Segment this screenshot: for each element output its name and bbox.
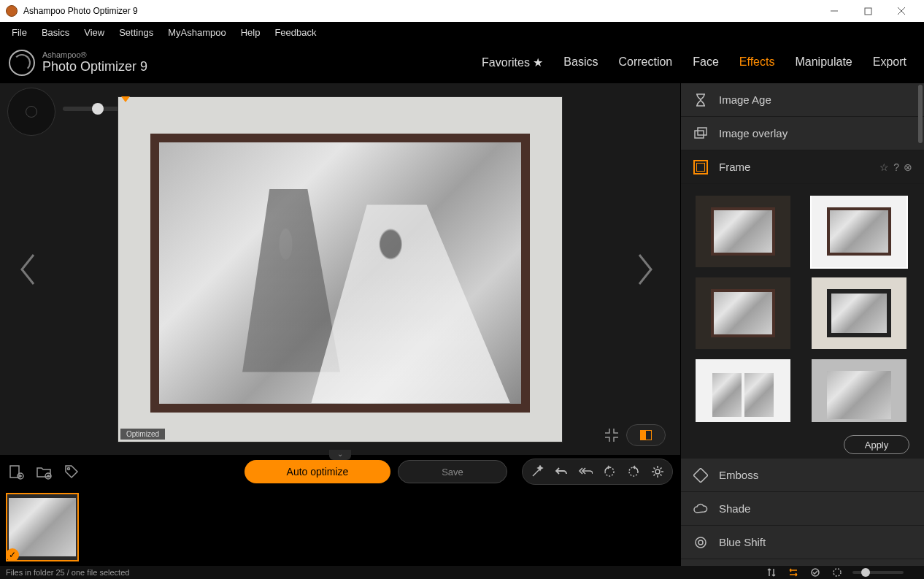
frame-option[interactable] (812, 196, 906, 267)
sidebar-item-label: Frame (719, 161, 750, 173)
sidebar-item-shade[interactable]: Shade (681, 492, 924, 526)
magic-wand-icon[interactable] (530, 464, 544, 479)
undo-all-icon[interactable] (578, 464, 593, 479)
brand-line2: Photo Optimizer 9 (42, 59, 147, 74)
menu-settings[interactable]: Settings (112, 24, 161, 41)
select-none-icon[interactable] (831, 566, 844, 579)
menu-view[interactable]: View (77, 24, 112, 41)
menu-myashampoo[interactable]: MyAshampoo (161, 24, 233, 41)
tab-manipulate[interactable]: Manipulate (795, 55, 852, 69)
brand-line1: Ashampoo® (42, 50, 147, 59)
tag-icon[interactable] (63, 463, 80, 480)
sidebar-item-image-overlay[interactable]: Image overlay (681, 117, 924, 150)
auto-optimize-button[interactable]: Auto optimize (245, 460, 390, 483)
sort-vertical-icon[interactable] (765, 566, 778, 579)
statusbar: Files in folder 25 / one file selected (0, 566, 924, 579)
help-icon[interactable]: ? (893, 161, 899, 173)
window-titlebar: Ashampoo Photo Optimizer 9 (0, 0, 924, 22)
select-all-icon[interactable] (809, 566, 822, 579)
window-title: Ashampoo Photo Optimizer 9 (23, 6, 817, 16)
add-file-icon[interactable] (7, 463, 25, 480)
top-nav: Favorites ★ Basics Correction Face Effec… (482, 55, 915, 69)
star-icon[interactable]: ☆ (879, 161, 889, 173)
frame-option[interactable] (696, 359, 790, 422)
pan-dpad[interactable] (7, 88, 55, 136)
tab-favorites[interactable]: Favorites ★ (482, 55, 543, 69)
thumbnail-check-icon: ✓ (6, 548, 19, 561)
sidebar-item-frame[interactable]: Frame ☆ ? ⊗ (681, 150, 924, 184)
svg-point-11 (68, 468, 70, 470)
sidebar-item-oilpaint[interactable]: Oilpaint (681, 559, 924, 566)
zoom-thumb[interactable] (92, 103, 104, 115)
frame-option[interactable] (696, 196, 790, 267)
rotate-right-icon[interactable] (626, 464, 641, 479)
frame-preview (711, 207, 775, 256)
thumbnail-item[interactable]: ✓ (6, 493, 79, 561)
menu-help[interactable]: Help (234, 24, 268, 41)
sidebar-scrollbar[interactable] (918, 83, 923, 566)
tab-effects[interactable]: Effects (739, 55, 775, 69)
frame-preview (827, 289, 891, 337)
svg-point-19 (698, 540, 703, 545)
frame-option[interactable] (812, 359, 906, 422)
fit-to-screen-icon[interactable] (601, 425, 622, 445)
svg-rect-1 (865, 8, 871, 15)
tab-face[interactable]: Face (693, 55, 719, 69)
sidebar-item-label: Shade (719, 502, 750, 515)
sidebar-item-label: Image overlay (719, 127, 788, 139)
sort-horizontal-icon[interactable] (787, 566, 800, 579)
close-panel-icon[interactable]: ⊗ (904, 161, 912, 173)
emboss-icon (693, 467, 709, 483)
minimize-button[interactable] (817, 0, 851, 22)
menu-feedback[interactable]: Feedback (267, 24, 323, 41)
maximize-button[interactable] (851, 0, 885, 22)
photo-preview (159, 142, 521, 404)
close-button[interactable] (885, 0, 918, 22)
sidebar-item-label: Emboss (719, 469, 758, 481)
sidebar-item-blue-shift[interactable]: Blue Shift (681, 526, 924, 559)
next-image-button[interactable] (631, 248, 660, 291)
rotate-left-icon[interactable] (602, 464, 617, 479)
frame-option[interactable] (696, 277, 790, 349)
brand-text: Ashampoo® Photo Optimizer 9 (42, 50, 147, 74)
sidebar-item-image-age[interactable]: Image Age (681, 83, 924, 117)
apply-button[interactable]: Apply (844, 435, 909, 454)
cloud-icon (693, 501, 709, 517)
canvas-frame: Optimized (118, 97, 562, 442)
brand-logo (9, 50, 35, 76)
edit-toolbar (522, 459, 673, 485)
photo-frame (150, 134, 530, 413)
app-header: Ashampoo® Photo Optimizer 9 Favorites ★ … (0, 42, 924, 83)
add-folder-icon[interactable] (35, 463, 53, 480)
compare-toggle[interactable] (626, 424, 666, 446)
thumb-size-slider[interactable] (852, 571, 904, 574)
tab-correction[interactable]: Correction (618, 55, 672, 69)
menu-file[interactable]: File (4, 24, 34, 41)
menu-basics[interactable]: Basics (34, 24, 77, 41)
menubar: File Basics View Settings MyAshampoo Hel… (0, 22, 924, 42)
tab-export[interactable]: Export (873, 55, 906, 69)
thumbnail-strip: ✓ (0, 488, 680, 566)
thumbnail-image (9, 498, 76, 556)
thumb-size-handle[interactable] (861, 568, 870, 577)
sidebar-item-label: Blue Shift (719, 536, 766, 548)
svg-point-22 (833, 569, 841, 576)
undo-icon[interactable] (554, 464, 569, 479)
frame-preview (711, 289, 775, 337)
svg-rect-15 (695, 131, 704, 138)
optimized-badge: Optimized (120, 429, 165, 440)
hourglass-icon (693, 92, 709, 108)
status-text: Files in folder 25 / one file selected (6, 568, 129, 577)
tab-basics[interactable]: Basics (563, 55, 598, 69)
frame-preview (712, 373, 742, 417)
sidebar-item-emboss[interactable]: Emboss (681, 459, 924, 492)
frame-option[interactable] (812, 277, 906, 349)
frame-preview (744, 373, 774, 417)
svg-rect-16 (698, 128, 707, 135)
layers-icon (693, 126, 709, 142)
gear-icon[interactable] (650, 464, 665, 479)
canvas-marker-icon (121, 96, 130, 102)
prev-image-button[interactable] (13, 248, 42, 291)
collapse-strip-icon[interactable]: ⌄ (329, 450, 351, 460)
save-button[interactable]: Save (398, 460, 507, 483)
